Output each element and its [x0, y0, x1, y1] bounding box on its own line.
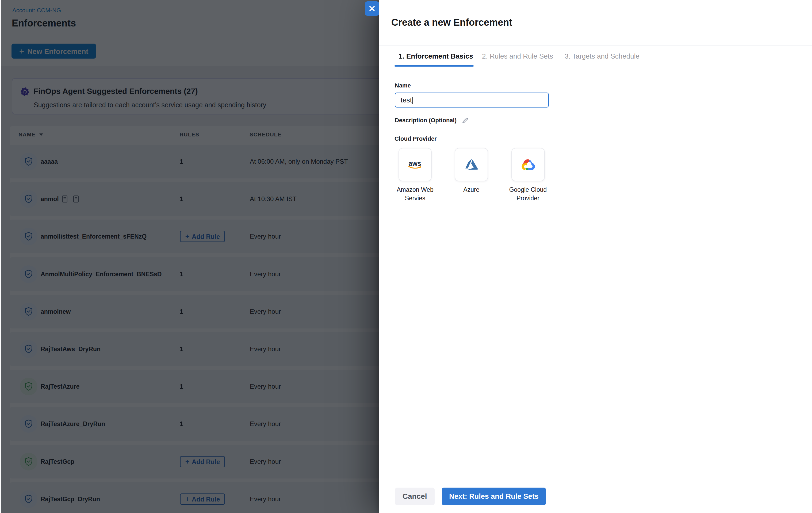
svg-text:aws: aws [409, 160, 421, 167]
